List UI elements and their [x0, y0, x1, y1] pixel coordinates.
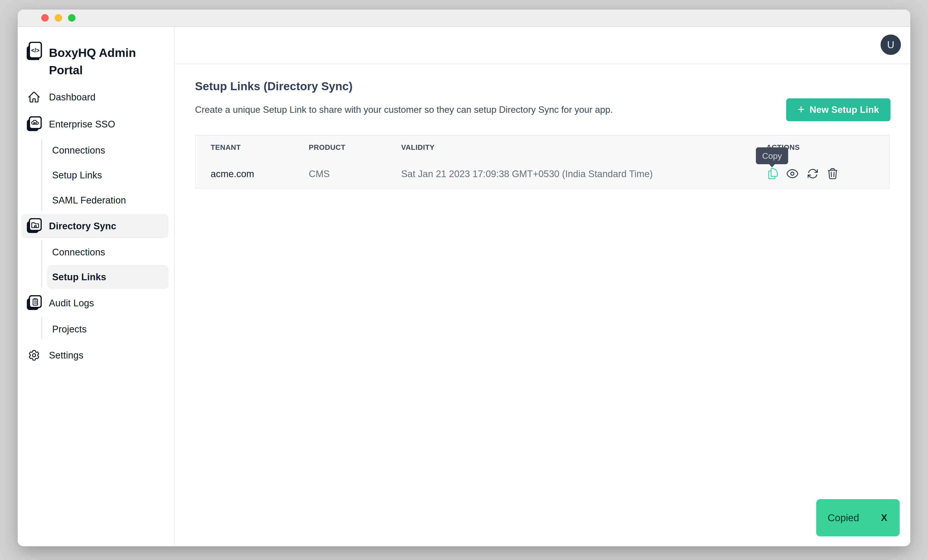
sidebar-item-projects[interactable]: Projects — [47, 317, 169, 341]
brand-title: BoxyHQ Admin Portal — [49, 42, 138, 79]
folder-sync-keycap-icon — [26, 218, 42, 234]
plus-icon: + — [798, 103, 804, 115]
code-keycap-icon: </> — [26, 42, 42, 62]
toast-close-button[interactable]: X — [881, 513, 887, 523]
copy-tooltip: Copy — [756, 147, 788, 164]
gear-icon — [26, 349, 42, 362]
sidebar-item-label: Audit Logs — [49, 298, 94, 308]
sidebar-item-sso-setup-links[interactable]: Setup Links — [47, 163, 169, 187]
top-header-bar: U — [175, 27, 910, 64]
eye-icon[interactable] — [786, 167, 799, 180]
sidebar-item-label: Enterprise SSO — [49, 119, 115, 130]
product-cell: CMS — [309, 169, 330, 179]
sidebar-item-label: Setup Links — [52, 272, 106, 282]
sidebar-item-ds-connections[interactable]: Connections — [47, 240, 169, 264]
brand[interactable]: </> BoxyHQ Admin Portal — [26, 42, 165, 79]
sidebar-item-label: Projects — [52, 324, 87, 335]
sidebar-item-label: Dashboard — [49, 92, 96, 102]
tenant-cell: acme.com — [211, 169, 254, 179]
main-content: U Setup Links (Directory Sync) Create a … — [175, 27, 910, 546]
window-titlebar — [18, 9, 910, 27]
new-setup-link-label: New Setup Link — [809, 105, 879, 115]
clipboard-keycap-icon — [26, 295, 42, 311]
home-icon — [26, 91, 42, 104]
sidebar-item-label: Settings — [49, 350, 84, 361]
sso-cloud-key-keycap-icon — [26, 116, 42, 132]
sidebar: </> BoxyHQ Admin Portal Dashboard — [18, 27, 175, 546]
column-header-product: PRODUCT — [309, 143, 345, 151]
regenerate-icon[interactable] — [806, 167, 819, 180]
app-window: </> BoxyHQ Admin Portal Dashboard — [18, 9, 910, 546]
sidebar-subgroup-line — [41, 317, 42, 340]
sidebar-item-label: Connections — [52, 247, 105, 258]
sidebar-item-label: Setup Links — [52, 170, 102, 181]
validity-cell: Sat Jan 21 2023 17:09:38 GMT+0530 (India… — [401, 169, 653, 179]
close-window-icon[interactable] — [41, 14, 49, 21]
page-description: Create a unique Setup Link to share with… — [195, 105, 613, 115]
sidebar-item-ds-setup-links[interactable]: Setup Links — [47, 265, 169, 289]
copied-toast: Copied X — [816, 499, 900, 536]
new-setup-link-button[interactable]: + New Setup Link — [786, 98, 890, 121]
avatar[interactable]: U — [881, 35, 901, 55]
sidebar-item-sso-connections[interactable]: Connections — [47, 138, 169, 162]
setup-links-table: TENANT PRODUCT VALIDITY ACTIONS acme.com… — [195, 135, 890, 189]
sidebar-item-enterprise-sso[interactable]: Enterprise SSO — [21, 112, 168, 136]
page-title: Setup Links (Directory Sync) — [195, 79, 353, 93]
sidebar-item-label: SAML Federation — [52, 195, 126, 206]
sidebar-item-audit-logs[interactable]: Audit Logs — [21, 291, 168, 315]
trash-icon[interactable] — [826, 167, 839, 180]
sidebar-item-label: Connections — [52, 145, 105, 156]
svg-text:</>: </> — [31, 47, 40, 53]
copy-tooltip-label: Copy — [762, 151, 782, 161]
sidebar-item-label: Directory Sync — [49, 221, 116, 232]
sidebar-item-dashboard[interactable]: Dashboard — [21, 85, 168, 109]
zoom-window-icon[interactable] — [68, 14, 75, 21]
sidebar-item-settings[interactable]: Settings — [21, 343, 168, 367]
sidebar-subgroup-line — [41, 240, 42, 288]
copy-icon[interactable] — [766, 167, 780, 180]
toast-message: Copied — [828, 512, 859, 523]
minimize-window-icon[interactable] — [55, 14, 62, 21]
column-header-tenant: TENANT — [211, 143, 241, 151]
sidebar-item-directory-sync[interactable]: Directory Sync — [21, 214, 168, 238]
column-header-validity: VALIDITY — [401, 143, 435, 151]
sidebar-subgroup-line — [41, 139, 42, 211]
sidebar-item-saml-federation[interactable]: SAML Federation — [47, 188, 169, 212]
